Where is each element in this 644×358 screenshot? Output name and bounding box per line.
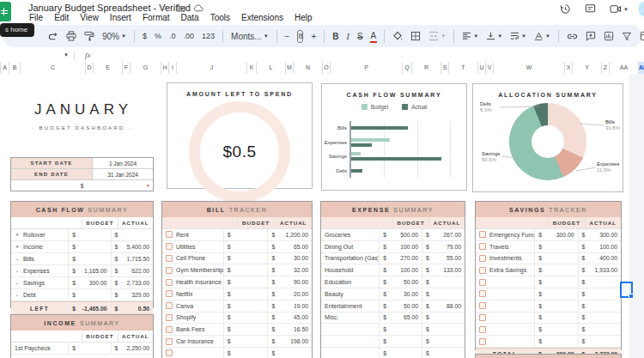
text-color-button[interactable]: A [371,32,377,40]
column-header-a[interactable]: A [1,62,9,74]
row-budget-cell[interactable]: $50.00 [380,276,422,288]
table-row[interactable]: $$ [476,276,621,288]
row-actual-cell[interactable]: $ [579,276,621,288]
row-budget-cell[interactable]: $ [380,348,422,358]
row-actual-cell[interactable]: $ [422,324,465,335]
row-actual-cell[interactable]: $267.00 [422,229,465,240]
fill-color-icon[interactable] [392,31,403,41]
column-header-v[interactable]: V [486,62,494,74]
row-budget-cell[interactable]: $1,165.00 [69,265,111,276]
row-actual-cell[interactable]: $329.00 [112,289,153,300]
row-budget-cell[interactable]: $ [224,288,269,300]
row-budget-cell[interactable]: $ [535,241,578,252]
table-row[interactable]: Household$100.00$133.00 [321,264,465,276]
end-date-value[interactable]: 31 Jan 2024 [93,169,153,179]
row-budget-cell[interactable]: $500.00 [380,229,422,240]
row-budget-cell[interactable]: $100.00 [380,264,422,276]
row-budget-cell[interactable]: $30.00 [380,288,422,300]
menu-file[interactable]: File [29,13,43,22]
table-row[interactable]: $$ [476,300,621,312]
row-actual-cell[interactable]: $2,250.00 [112,343,153,354]
paint-format-icon[interactable] [84,31,94,41]
table-row[interactable]: $$ [321,348,465,358]
table-row[interactable]: Extra Savings$$1,933.00 [476,264,621,276]
row-checkbox[interactable] [166,255,173,262]
dropdown-arrow-icon[interactable]: ▼ [146,183,150,188]
increase-font-size-button[interactable]: + [311,32,316,41]
column-header-k[interactable]: K [247,62,257,74]
row-checkbox[interactable] [479,338,486,345]
table-row[interactable]: +Rollover$$ [11,229,153,241]
row-budget-cell[interactable]: $ [380,324,422,335]
menu-format[interactable]: Format [143,13,170,22]
column-header-d[interactable]: D [86,62,94,74]
column-header-y[interactable]: Y [573,62,602,74]
row-budget-cell[interactable]: $ [224,264,269,276]
table-row[interactable]: $$ [476,336,621,348]
row-checkbox[interactable] [166,338,173,345]
column-header-ab[interactable]: AB [639,62,644,74]
menu-extensions[interactable]: Extensions [241,13,283,22]
text-rotation-button[interactable]: ▼ [534,32,550,40]
row-budget-cell[interactable]: $ [224,348,269,358]
row-actual-cell[interactable]: $1,933.00 [579,264,621,276]
row-actual-cell[interactable]: $5,400.00 [112,241,153,252]
row-budget-cell[interactable]: $ [69,253,111,264]
column-header-g[interactable]: G [131,62,161,74]
column-header-n[interactable]: N [294,62,323,74]
row-checkbox[interactable] [166,326,173,333]
insert-chart-icon[interactable] [604,31,614,41]
row-budget-cell[interactable]: $50.00 [380,300,422,312]
insert-link-icon[interactable] [567,32,578,41]
row-checkbox[interactable] [479,279,486,286]
table-row[interactable]: Misc.$65.00$ [321,312,465,325]
column-header-e[interactable]: E [94,62,123,74]
table-row[interactable]: -Savings$300.00$2,733.00 [11,277,153,289]
currency-format-button[interactable]: $ [143,32,147,40]
table-row[interactable]: Netflix$$20.00 [162,288,312,300]
meet-button[interactable]: ▼ [610,4,629,14]
row-budget-cell[interactable]: $ [224,229,269,240]
row-budget-cell[interactable]: $ [224,241,269,252]
borders-icon[interactable] [410,31,421,41]
row-actual-cell[interactable]: $19.00 [268,300,312,312]
row-actual-cell[interactable]: $32.00 [268,264,312,276]
row-checkbox[interactable] [166,349,173,356]
name-box[interactable]: ▼ [0,52,74,58]
row-actual-cell[interactable]: $ [579,300,621,312]
row-budget-cell[interactable]: $ [380,336,422,347]
table-row[interactable]: -Expenses$1,165.00$622.00 [11,265,153,277]
column-header-b[interactable]: B [9,62,21,74]
row-budget-cell[interactable]: $300.00 [535,229,578,240]
row-budget-cell[interactable]: $ [535,288,578,300]
table-row[interactable]: $$ [162,348,312,358]
row-budget-cell[interactable]: $ [535,253,578,264]
table-row[interactable]: Gym Membership$$32.00 [162,264,312,276]
row-budget-cell[interactable]: $100.00 [380,241,422,252]
column-header-aa[interactable]: AA [610,62,639,74]
row-checkbox[interactable] [479,290,486,297]
row-checkbox[interactable] [166,267,173,274]
decrease-font-size-button[interactable]: − [285,32,290,41]
strikethrough-button[interactable]: S [357,32,363,41]
row-budget-cell[interactable]: $ [69,241,111,252]
row-budget-cell[interactable]: $ [69,229,111,240]
table-row[interactable]: -Bills$$1,715.50 [11,253,153,265]
table-row[interactable]: Groceries$500.00$267.00 [321,229,465,241]
more-formats-button[interactable]: 123 [202,32,215,40]
table-row[interactable]: $$ [321,336,465,348]
table-row[interactable]: Emergency Fund$300.00$300.00 [476,229,621,241]
table-row[interactable]: Shopify$$45.00 [162,312,312,325]
move-folder-icon[interactable] [176,4,185,12]
row-actual-cell[interactable]: $ [579,336,621,347]
italic-button[interactable]: I [347,32,349,41]
column-header-i[interactable]: I [169,62,177,74]
row-checkbox[interactable] [166,302,173,309]
row-actual-cell[interactable]: $90.00 [268,276,312,288]
row-checkbox[interactable] [166,231,173,238]
row-actual-cell[interactable]: $65.00 [268,241,312,252]
column-header-c[interactable]: C [21,62,86,74]
column-header-t[interactable]: T [449,62,478,74]
row-actual-cell[interactable]: $45.00 [268,312,312,324]
table-row[interactable]: Canva$$19.00 [162,300,312,312]
